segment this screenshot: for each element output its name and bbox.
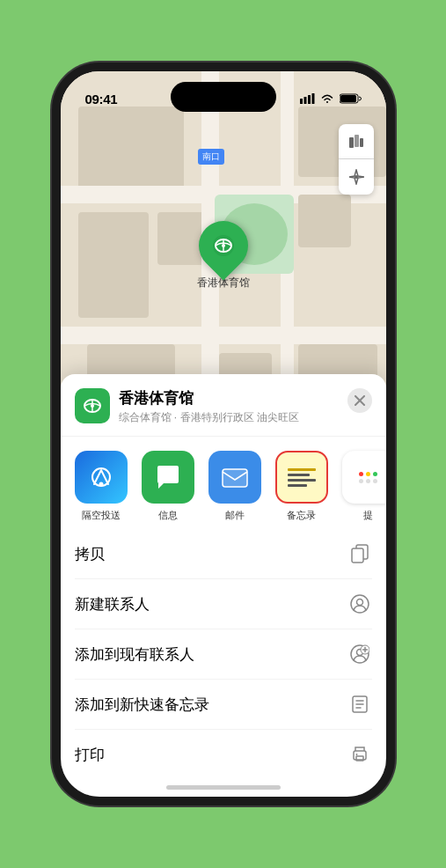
action-add-notes[interactable]: 添加到新快速备忘录 xyxy=(75,680,372,730)
print-icon xyxy=(347,742,372,767)
svg-rect-5 xyxy=(340,95,356,102)
wifi-icon xyxy=(320,93,334,104)
svg-point-54 xyxy=(355,754,357,755)
action-new-contact-label: 新建联系人 xyxy=(75,594,150,614)
action-print[interactable]: 打印 xyxy=(75,730,372,779)
airdrop-icon-bg xyxy=(75,451,128,504)
home-indicator xyxy=(166,785,281,790)
status-icons xyxy=(300,93,362,104)
dot-gray2 xyxy=(366,479,370,483)
dynamic-island xyxy=(171,82,276,112)
location-button[interactable] xyxy=(339,159,374,195)
action-add-existing-label: 添加到现有联系人 xyxy=(75,644,194,665)
map-pin-inner xyxy=(208,231,238,261)
stadium-icon xyxy=(211,233,236,258)
close-icon xyxy=(355,395,365,406)
battery-icon xyxy=(340,93,362,104)
copy-icon xyxy=(347,541,372,566)
airdrop-label: 隔空投送 xyxy=(82,509,121,522)
share-row: 隔空投送 信息 邮件 xyxy=(61,437,386,529)
action-add-notes-label: 添加到新快速备忘录 xyxy=(75,695,209,715)
svg-rect-1 xyxy=(303,97,306,104)
svg-rect-37 xyxy=(223,469,247,487)
svg-rect-3 xyxy=(311,93,314,104)
svg-rect-28 xyxy=(360,138,363,147)
airdrop-icon xyxy=(87,463,115,491)
venue-header: 香港体育馆 综合体育馆 · 香港特别行政区 油尖旺区 xyxy=(61,374,386,437)
svg-point-32 xyxy=(91,404,94,408)
dot-yellow xyxy=(366,472,370,476)
map-pin-container: 香港体育馆 xyxy=(197,221,250,291)
messages-icon xyxy=(153,462,183,492)
svg-rect-17 xyxy=(298,195,351,247)
action-print-label: 打印 xyxy=(75,745,105,765)
svg-rect-2 xyxy=(308,95,311,104)
status-time: 09:41 xyxy=(85,92,118,107)
notes-action-icon xyxy=(347,692,372,717)
add-contact-icon xyxy=(347,642,372,666)
new-contact-icon xyxy=(347,592,372,616)
svg-rect-40 xyxy=(352,548,363,563)
share-item-airdrop[interactable]: 隔空投送 xyxy=(75,451,128,522)
more-icon-bg xyxy=(342,451,386,504)
notes-label: 备忘录 xyxy=(287,509,316,522)
share-item-more[interactable]: 提 xyxy=(342,451,386,522)
messages-icon-bg xyxy=(142,451,194,504)
venue-icon xyxy=(75,388,110,423)
dot-group-top xyxy=(359,472,377,476)
mail-label: 邮件 xyxy=(225,509,245,522)
svg-rect-52 xyxy=(354,751,366,760)
map-controls xyxy=(339,124,374,195)
svg-point-29 xyxy=(355,175,358,179)
notes-lines xyxy=(288,468,316,487)
action-list: 拷贝 新建联系人 xyxy=(61,529,386,779)
svg-rect-53 xyxy=(356,756,363,761)
notes-icon-bg xyxy=(275,451,328,504)
messages-label: 信息 xyxy=(158,509,178,522)
more-label: 提 xyxy=(363,509,373,522)
dot-gray3 xyxy=(373,479,377,483)
signal-icon xyxy=(300,93,315,104)
phone-frame: 09:41 xyxy=(52,63,395,805)
map-icon xyxy=(347,133,365,151)
action-add-existing[interactable]: 添加到现有联系人 xyxy=(75,629,372,680)
svg-rect-27 xyxy=(355,135,359,147)
svg-point-42 xyxy=(356,600,362,606)
dot-red xyxy=(359,472,363,476)
venue-info: 香港体育馆 综合体育馆 · 香港特别行政区 油尖旺区 xyxy=(119,388,347,425)
svg-rect-7 xyxy=(78,107,184,195)
close-button[interactable] xyxy=(347,388,372,413)
dot-gray1 xyxy=(359,479,363,483)
map-pin xyxy=(188,210,258,280)
venue-subtitle: 综合体育馆 · 香港特别行政区 油尖旺区 xyxy=(119,410,347,425)
svg-rect-26 xyxy=(349,137,354,148)
bottom-sheet: 香港体育馆 综合体育馆 · 香港特别行政区 油尖旺区 xyxy=(61,374,386,797)
mail-icon-bg xyxy=(208,451,261,504)
dot-green xyxy=(373,472,377,476)
action-new-contact[interactable]: 新建联系人 xyxy=(75,579,372,629)
svg-rect-0 xyxy=(300,99,303,104)
svg-rect-8 xyxy=(78,212,149,318)
dot-group-bottom xyxy=(359,479,377,483)
mail-icon xyxy=(220,464,250,490)
svg-rect-21 xyxy=(78,335,175,344)
venue-label: 南口 xyxy=(198,149,224,165)
venue-title: 香港体育馆 xyxy=(119,388,347,408)
action-copy[interactable]: 拷贝 xyxy=(75,529,372,579)
svg-point-36 xyxy=(99,482,103,487)
share-item-notes[interactable]: 备忘录 xyxy=(275,451,328,522)
share-item-mail[interactable]: 邮件 xyxy=(208,451,261,522)
location-icon xyxy=(348,169,364,185)
action-copy-label: 拷贝 xyxy=(75,544,105,564)
venue-icon-svg xyxy=(82,395,103,416)
map-type-button[interactable] xyxy=(339,124,374,159)
share-item-messages[interactable]: 信息 xyxy=(142,451,194,522)
